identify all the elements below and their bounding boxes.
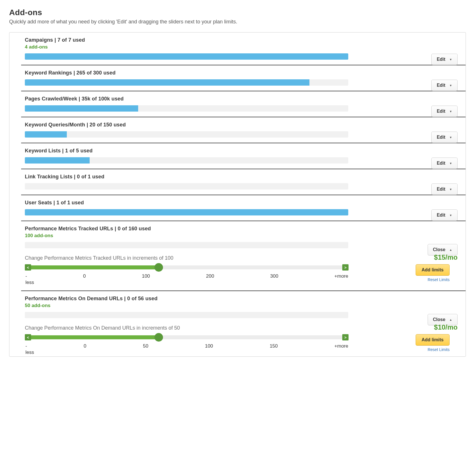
addon-label: User Seats | 1 of 1 used bbox=[25, 200, 458, 206]
addon-row-keyword-queries: Keyword Queries/Month | 20 of 150 usedEd… bbox=[9, 117, 466, 143]
addon-label: Keyword Rankings | 265 of 300 used bbox=[25, 70, 458, 76]
usage-bar bbox=[25, 105, 348, 112]
usage-bar-fill bbox=[25, 131, 67, 138]
usage-bar-fill bbox=[25, 105, 138, 112]
slider-tick: 150 bbox=[270, 343, 278, 349]
slider-tick: - bbox=[25, 273, 27, 279]
usage-bar-fill bbox=[25, 79, 309, 86]
addon-label: Link Tracking Lists | 0 of 1 used bbox=[25, 174, 458, 180]
addon-row-campaigns: Campaigns | 7 of 7 used4 add-onsEdit▼ bbox=[9, 33, 466, 65]
chevron-down-icon: ▼ bbox=[449, 136, 452, 139]
button-label: Edit bbox=[437, 187, 445, 192]
button-label: Edit bbox=[437, 83, 445, 88]
slider-rail[interactable] bbox=[31, 335, 342, 339]
chevron-down-icon: ▼ bbox=[449, 58, 452, 61]
slider-tick: 100 bbox=[205, 343, 213, 349]
slider-fill bbox=[31, 335, 159, 339]
addon-row-pages-crawled: Pages Crawled/Week | 35k of 100k usedEdi… bbox=[9, 91, 466, 117]
chevron-down-icon: ▼ bbox=[449, 84, 452, 87]
slider-fill bbox=[31, 265, 159, 269]
edit-button[interactable]: Edit▼ bbox=[431, 54, 458, 65]
addons-panel: Campaigns | 7 of 7 used4 add-onsEdit▼Key… bbox=[9, 32, 466, 357]
chevron-up-icon: ▲ bbox=[449, 318, 452, 321]
slider-tick: +more bbox=[334, 343, 348, 349]
button-label: Close bbox=[433, 247, 446, 252]
slider-tick: +more bbox=[334, 273, 348, 279]
slider-tick: 0 bbox=[83, 273, 86, 279]
usage-bar bbox=[25, 183, 348, 189]
page-title: Add-ons bbox=[9, 8, 466, 17]
addon-row-keyword-lists: Keyword Lists | 1 of 5 usedEdit▼ bbox=[9, 143, 466, 169]
addon-row-user-seats: User Seats | 1 of 1 usedEdit▼ bbox=[9, 195, 466, 221]
slider-change-label: Change Performance Metrics Tracked URLs … bbox=[25, 255, 173, 261]
slider-tick: - bbox=[25, 343, 27, 349]
addon-label: Campaigns | 7 of 7 used bbox=[25, 37, 458, 43]
addon-count: 50 add-ons bbox=[25, 303, 458, 308]
usage-bar-fill bbox=[25, 209, 348, 215]
edit-button[interactable]: Edit▼ bbox=[431, 80, 458, 91]
edit-button[interactable]: Edit▼ bbox=[431, 183, 458, 195]
usage-bar bbox=[25, 242, 348, 248]
button-label: Edit bbox=[437, 109, 445, 114]
slider-increase-button[interactable]: > bbox=[342, 334, 349, 340]
usage-bar bbox=[25, 131, 348, 138]
slider-rail[interactable] bbox=[31, 265, 342, 269]
usage-bar-fill bbox=[25, 157, 90, 164]
slider-thumb[interactable] bbox=[154, 263, 163, 272]
edit-button[interactable]: Edit▼ bbox=[431, 158, 458, 169]
button-label: Close bbox=[433, 317, 446, 322]
edit-button[interactable]: Edit▼ bbox=[431, 209, 458, 221]
button-label: Edit bbox=[437, 161, 445, 166]
addon-row-link-tracking: Link Tracking Lists | 0 of 1 usedEdit▼ bbox=[9, 169, 466, 195]
slider-tick: 300 bbox=[270, 273, 278, 279]
addon-count: 4 add-ons bbox=[25, 44, 458, 50]
reset-limits-link[interactable]: Reset Limits bbox=[428, 277, 450, 282]
addon-row-keyword-rankings: Keyword Rankings | 265 of 300 usedEdit▼ bbox=[9, 65, 466, 91]
slider-tick: 100 bbox=[142, 273, 150, 279]
usage-bar bbox=[25, 312, 348, 318]
addon-label: Pages Crawled/Week | 35k of 100k used bbox=[25, 96, 458, 102]
usage-bar-fill bbox=[25, 53, 348, 60]
slider-increase-button[interactable]: > bbox=[342, 264, 349, 271]
chevron-up-icon: ▲ bbox=[449, 248, 452, 251]
usage-bar bbox=[25, 209, 348, 215]
slider-ticks: -050100150+more bbox=[25, 343, 348, 349]
addon-price: $10/mo bbox=[434, 323, 458, 331]
slider-decrease-button[interactable]: < bbox=[25, 264, 31, 271]
slider-tick: 0 bbox=[84, 343, 86, 349]
addon-count: 100 add-ons bbox=[25, 233, 458, 239]
slider-tick: 200 bbox=[206, 273, 214, 279]
addon-row-perf-tracked: Performance Metrics Tracked URLs | 0 of … bbox=[9, 221, 466, 291]
usage-bar bbox=[25, 53, 348, 60]
slider-ticks: -0100200300+more bbox=[25, 273, 348, 279]
slider-tick: 50 bbox=[143, 343, 148, 349]
usage-bar bbox=[25, 79, 348, 86]
addon-label: Performance Metrics Tracked URLs | 0 of … bbox=[25, 226, 458, 232]
chevron-down-icon: ▼ bbox=[449, 162, 452, 165]
addon-label: Keyword Lists | 1 of 5 used bbox=[25, 148, 458, 154]
slider-less-label: less bbox=[25, 280, 458, 285]
chevron-down-icon: ▼ bbox=[449, 188, 452, 191]
button-label: Edit bbox=[437, 213, 445, 218]
chevron-down-icon: ▼ bbox=[449, 110, 452, 113]
page-subtitle: Quickly add more of what you need by cli… bbox=[9, 19, 466, 25]
add-limits-button[interactable]: Add limits bbox=[416, 264, 450, 276]
chevron-down-icon: ▼ bbox=[449, 214, 452, 217]
slider-change-label: Change Performance Metrics On Demand URL… bbox=[25, 325, 180, 331]
edit-button[interactable]: Edit▼ bbox=[431, 132, 458, 143]
button-label: Edit bbox=[437, 135, 445, 140]
slider-thumb[interactable] bbox=[154, 333, 163, 342]
add-limits-button[interactable]: Add limits bbox=[416, 334, 450, 346]
edit-button[interactable]: Edit▼ bbox=[431, 106, 458, 117]
button-label: Edit bbox=[437, 57, 445, 62]
slider-less-label: less bbox=[25, 350, 458, 355]
addon-label: Keyword Queries/Month | 20 of 150 used bbox=[25, 122, 458, 128]
reset-limits-link[interactable]: Reset Limits bbox=[428, 347, 450, 352]
usage-bar bbox=[25, 157, 348, 164]
addon-row-perf-ondemand: Performance Metrics On Demand URLs | 0 o… bbox=[9, 291, 466, 355]
slider-decrease-button[interactable]: < bbox=[25, 334, 31, 340]
addon-price: $15/mo bbox=[434, 253, 458, 261]
addon-label: Performance Metrics On Demand URLs | 0 o… bbox=[25, 296, 458, 302]
